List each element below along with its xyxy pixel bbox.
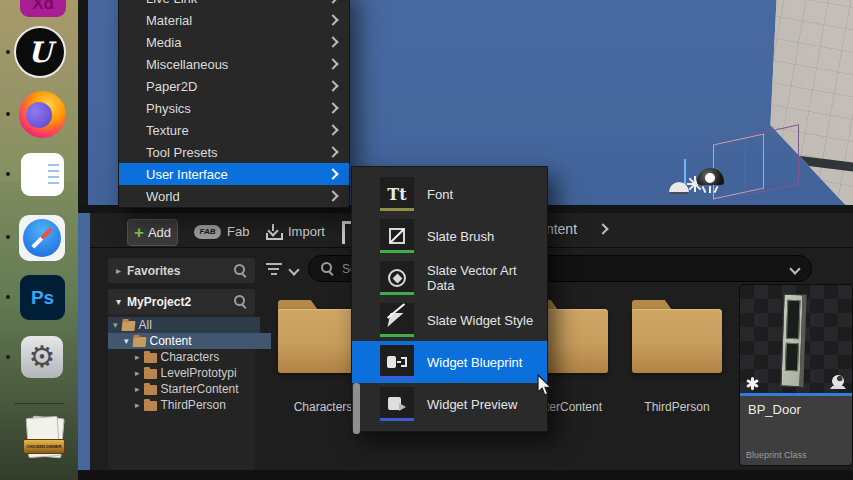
expand-arrow-icon[interactable]: ▸ (135, 384, 140, 394)
asset-card-bp-door[interactable]: BP_Door Blueprint Class (740, 285, 852, 465)
expand-arrow-icon[interactable]: ▸ (135, 368, 140, 378)
folder-thirdperson[interactable] (632, 300, 722, 375)
collapse-arrow-icon[interactable]: ▸ (116, 265, 121, 276)
search-icon[interactable] (234, 295, 247, 308)
menu-item-tool-presets[interactable]: Tool Presets (119, 141, 349, 163)
word-doc-lines (48, 164, 59, 184)
tree-label: Characters (161, 350, 220, 364)
tree-label: Content (150, 334, 192, 348)
favorites-label: Favorites (127, 264, 180, 278)
menu-item-live-link[interactable]: Live Link (119, 0, 349, 9)
tree-label: ThirdPerson (161, 398, 226, 412)
folder-icon (121, 321, 135, 331)
menu-item-material[interactable]: Material (119, 9, 349, 31)
tree-item-content[interactable]: ▾ Content (108, 333, 271, 349)
folder-icon (132, 337, 146, 347)
asset-name: BP_Door (748, 402, 801, 417)
asset-label-thirdperson[interactable]: ThirdPerson (622, 400, 732, 414)
widget-blueprint-icon (380, 345, 414, 379)
submenu-item-slate-widget-style[interactable]: Slate Widget Style (352, 299, 547, 341)
slate-vector-art-icon (380, 261, 414, 295)
dock: Xd U W Ps ⚙ CHICKEN DINNER (0, 0, 78, 480)
add-label: Add (148, 225, 171, 240)
submenu-item-widget-blueprint[interactable]: Widget Blueprint (352, 341, 547, 383)
window-edge (78, 0, 88, 207)
add-asset-menu: Live Link Material Media Miscellaneous P… (118, 0, 350, 208)
chicken-dinner-file-icon[interactable]: CHICKEN DINNER (23, 417, 63, 463)
tree-item-thirdperson[interactable]: ▸ ThirdPerson (108, 397, 282, 413)
filter-chevron-icon[interactable] (288, 264, 299, 275)
firefox-globe (26, 102, 52, 128)
running-dot (6, 295, 10, 299)
screen: Xd U W Ps ⚙ CHICKEN DINNER (0, 0, 853, 480)
menu-item-world[interactable]: World (119, 185, 349, 207)
word-icon[interactable]: W (21, 153, 64, 196)
submenu-chevron-icon (327, 0, 338, 4)
gizmo-axis-line (684, 159, 686, 186)
photoshop-ps: Ps (31, 287, 54, 309)
menu-item-media[interactable]: Media (119, 31, 349, 53)
collapse-arrow-icon[interactable]: ▾ (116, 296, 121, 307)
fab-label: Fab (227, 224, 249, 239)
unreal-engine-icon[interactable]: U (14, 26, 66, 78)
asset-info: BP_Door Blueprint Class (740, 396, 852, 465)
tree-label: All (139, 318, 152, 332)
word-w: W (26, 161, 47, 188)
safari-icon[interactable] (19, 215, 65, 261)
photoshop-icon[interactable]: Ps (20, 275, 65, 320)
folder-icon (144, 385, 157, 395)
filter-icon[interactable] (266, 262, 283, 276)
project-label: MyProject2 (127, 295, 191, 309)
import-button[interactable]: Import (266, 219, 325, 244)
adobe-xd-icon[interactable]: Xd (20, 0, 66, 17)
submenu-chevron-icon (327, 14, 338, 25)
submenu-scrollbar[interactable] (353, 383, 360, 434)
gear-glyph: ⚙ (29, 342, 56, 372)
menu-item-texture[interactable]: Texture (119, 119, 349, 141)
folder-icon (144, 369, 157, 379)
import-label: Import (288, 224, 325, 239)
tree-item-levelprototyping[interactable]: ▸ LevelPrototypi (108, 365, 282, 381)
import-icon (266, 224, 281, 240)
lamp-actor-icon[interactable] (669, 182, 689, 194)
project-header[interactable]: ▾ MyProject2 (108, 289, 255, 314)
door-mesh (780, 294, 806, 388)
submenu-item-font[interactable]: Tt Font (352, 173, 547, 215)
submenu-item-slate-brush[interactable]: Slate Brush (352, 215, 547, 257)
add-button[interactable]: + Add (127, 219, 178, 246)
slate-brush-icon (380, 219, 414, 253)
running-dot (6, 50, 10, 54)
expand-arrow-icon[interactable]: ▾ (113, 320, 118, 330)
user-interface-submenu: Tt Font Slate Brush Slate Vector Art Dat… (351, 166, 548, 432)
folder-body (632, 309, 722, 373)
favorite-star-icon[interactable] (746, 377, 759, 390)
submenu-chevron-icon (327, 190, 338, 201)
asset-status-icon (832, 375, 844, 387)
expand-arrow-icon[interactable]: ▸ (135, 400, 140, 410)
menu-item-paper2d[interactable]: Paper2D (119, 75, 349, 97)
submenu-item-slate-vector-art-data[interactable]: Slate Vector Art Data (352, 257, 547, 299)
submenu-chevron-icon (327, 80, 338, 91)
favorites-header[interactable]: ▸ Favorites (108, 258, 255, 283)
menu-item-user-interface[interactable]: User Interface (119, 163, 349, 185)
tree-item-characters[interactable]: ▸ Characters (108, 349, 282, 365)
submenu-chevron-icon (327, 36, 338, 47)
breadcrumb-chevron-icon (597, 223, 608, 234)
expand-arrow-icon[interactable]: ▾ (124, 336, 129, 346)
firefox-icon[interactable] (19, 91, 66, 138)
plus-icon: + (134, 224, 144, 241)
search-icon (321, 262, 334, 275)
menu-item-miscellaneous[interactable]: Miscellaneous (119, 53, 349, 75)
submenu-item-widget-preview[interactable]: Widget Preview (352, 383, 547, 425)
folder-icon (144, 401, 157, 411)
tree-item-startercontent[interactable]: ▸ StarterContent (108, 381, 282, 397)
slate-widget-style-icon (380, 303, 414, 337)
tree-item-all[interactable]: ▾ All (108, 317, 260, 333)
menu-item-physics[interactable]: Physics (119, 97, 349, 119)
light-ray (709, 186, 711, 193)
search-icon[interactable] (234, 264, 247, 277)
expand-arrow-icon[interactable]: ▸ (135, 352, 140, 362)
fab-button[interactable]: FAB Fab (194, 219, 249, 244)
search-dropdown-chevron-icon[interactable] (789, 263, 800, 274)
system-settings-icon[interactable]: ⚙ (21, 336, 63, 378)
